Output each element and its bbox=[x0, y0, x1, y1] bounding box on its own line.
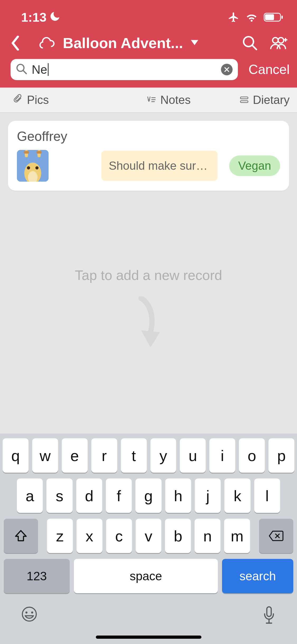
svg-marker-28 bbox=[141, 330, 160, 347]
home-indicator[interactable] bbox=[96, 636, 201, 639]
search-key[interactable]: search bbox=[222, 559, 293, 593]
key-l[interactable]: l bbox=[254, 479, 280, 513]
svg-rect-2 bbox=[281, 16, 283, 19]
key-x[interactable]: x bbox=[77, 519, 102, 553]
svg-point-32 bbox=[25, 611, 27, 614]
record-name: Geoffrey bbox=[17, 129, 280, 144]
svg-rect-18 bbox=[240, 101, 248, 103]
svg-rect-1 bbox=[265, 14, 274, 20]
column-notes-label: Notes bbox=[160, 93, 191, 107]
status-time: 1:13 bbox=[21, 10, 46, 25]
attachment-icon bbox=[13, 93, 23, 107]
column-dietary-label: Dietary bbox=[253, 93, 290, 107]
battery-icon bbox=[264, 12, 284, 22]
column-dietary[interactable]: Dietary bbox=[240, 93, 290, 107]
svg-line-5 bbox=[252, 45, 256, 49]
svg-point-31 bbox=[22, 607, 36, 621]
column-header-row: Pics Notes Dietary bbox=[0, 88, 297, 113]
search-input[interactable]: Ne bbox=[32, 62, 47, 77]
svg-point-7 bbox=[278, 38, 284, 43]
shift-key[interactable] bbox=[4, 519, 38, 553]
svg-point-33 bbox=[31, 611, 33, 614]
key-b[interactable]: b bbox=[165, 519, 191, 553]
delete-key[interactable] bbox=[259, 519, 293, 553]
list-icon bbox=[240, 93, 249, 107]
record-thumbnail[interactable] bbox=[17, 150, 49, 182]
cancel-button[interactable]: Cancel bbox=[248, 62, 290, 77]
key-m[interactable]: m bbox=[224, 519, 250, 553]
text-caret bbox=[48, 63, 49, 76]
record-note[interactable]: Should make sure t... bbox=[101, 151, 218, 181]
svg-rect-26 bbox=[24, 151, 29, 154]
airplane-mode-icon bbox=[228, 11, 239, 23]
key-j[interactable]: j bbox=[195, 479, 221, 513]
keyboard: qwertyuiop asdfghjkl zxcvbnm 123 space s… bbox=[0, 434, 297, 644]
numbers-key[interactable]: 123 bbox=[4, 559, 70, 593]
key-d[interactable]: d bbox=[76, 479, 102, 513]
dictation-key[interactable] bbox=[262, 606, 276, 625]
emoji-key[interactable] bbox=[21, 606, 37, 625]
arrow-down-icon bbox=[129, 296, 168, 349]
clear-search-button[interactable] bbox=[221, 64, 233, 75]
column-pics[interactable]: Pics bbox=[13, 93, 98, 107]
empty-state[interactable]: Tap to add a new record bbox=[0, 191, 297, 349]
key-e[interactable]: e bbox=[62, 438, 88, 473]
key-k[interactable]: k bbox=[224, 479, 250, 513]
search-box[interactable]: Ne bbox=[11, 59, 238, 80]
column-pics-label: Pics bbox=[27, 93, 49, 107]
chevron-down-icon bbox=[191, 40, 198, 46]
key-o[interactable]: o bbox=[239, 438, 265, 473]
back-button[interactable] bbox=[7, 36, 23, 50]
key-v[interactable]: v bbox=[136, 519, 162, 553]
svg-point-6 bbox=[273, 38, 278, 43]
svg-marker-3 bbox=[191, 40, 198, 45]
record-dietary-chip[interactable]: Vegan bbox=[229, 155, 280, 176]
key-p[interactable]: p bbox=[268, 438, 294, 473]
key-g[interactable]: g bbox=[135, 479, 161, 513]
svg-line-11 bbox=[23, 71, 26, 74]
status-bar: 1:13 bbox=[0, 0, 297, 29]
svg-rect-17 bbox=[240, 97, 248, 99]
space-key[interactable]: space bbox=[74, 559, 218, 593]
key-h[interactable]: h bbox=[165, 479, 191, 513]
key-i[interactable]: i bbox=[209, 438, 235, 473]
key-y[interactable]: y bbox=[150, 438, 176, 473]
dnd-moon-icon bbox=[50, 10, 60, 25]
key-q[interactable]: q bbox=[3, 438, 29, 473]
cloud-icon bbox=[39, 37, 55, 49]
key-a[interactable]: a bbox=[17, 479, 43, 513]
key-s[interactable]: s bbox=[46, 479, 72, 513]
base-title-dropdown[interactable]: Balloon Advent... bbox=[34, 34, 232, 52]
column-notes[interactable]: Notes bbox=[114, 93, 224, 107]
key-z[interactable]: z bbox=[47, 519, 73, 553]
record-card[interactable]: Geoffrey Should make sure t... Vegan bbox=[8, 121, 289, 191]
wifi-icon bbox=[245, 12, 258, 22]
empty-state-hint: Tap to add a new record bbox=[0, 267, 297, 283]
svg-point-24 bbox=[27, 166, 30, 169]
svg-point-25 bbox=[35, 166, 39, 169]
search-button[interactable] bbox=[242, 36, 258, 50]
key-w[interactable]: w bbox=[32, 438, 58, 473]
share-users-button[interactable] bbox=[268, 36, 290, 50]
key-f[interactable]: f bbox=[106, 479, 132, 513]
key-c[interactable]: c bbox=[106, 519, 132, 553]
key-u[interactable]: u bbox=[180, 438, 206, 473]
key-t[interactable]: t bbox=[121, 438, 147, 473]
base-title: Balloon Advent... bbox=[63, 34, 183, 52]
svg-rect-27 bbox=[36, 151, 42, 154]
search-icon bbox=[16, 63, 27, 76]
svg-rect-34 bbox=[267, 607, 271, 617]
key-n[interactable]: n bbox=[195, 519, 220, 553]
text-icon bbox=[147, 93, 156, 107]
key-r[interactable]: r bbox=[91, 438, 117, 473]
